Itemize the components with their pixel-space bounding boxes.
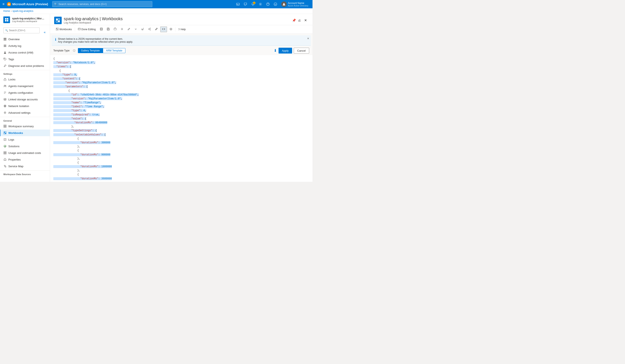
svg-rect-43 [58, 19, 60, 20]
svg-rect-47 [58, 28, 58, 29]
sidebar-item-advanced[interactable]: Advanced settings [0, 109, 50, 116]
svg-point-40 [4, 165, 5, 166]
sidebar-item-access-control[interactable]: Access control (IAM) [0, 49, 50, 56]
code-view-button[interactable] [160, 27, 167, 32]
feedback-button[interactable] [242, 1, 249, 7]
arm-template-tab[interactable]: ARM Template [103, 48, 125, 53]
gear-icon [121, 28, 123, 31]
move-button[interactable] [112, 27, 118, 32]
resource-header-top: spark-log-analytics | Workbooks Log Anal… [54, 16, 308, 24]
settings-divider [0, 70, 50, 70]
sidebar-collapse-button[interactable]: « [42, 30, 47, 35]
share-button[interactable] [147, 27, 153, 32]
sidebar-item-label: Locks [8, 78, 15, 81]
sidebar-item-locks[interactable]: Locks [0, 76, 50, 83]
save-as-button[interactable] [98, 27, 104, 32]
sidebar-item-agents-mgmt[interactable]: Agents management [0, 83, 50, 89]
sidebar-item-network[interactable]: Network Isolation [0, 103, 50, 109]
json-line: }, [53, 169, 309, 173]
template-info-icon[interactable]: ⓘ [73, 49, 75, 53]
cloud-shell-button[interactable] [235, 1, 241, 7]
help-toolbar-button[interactable]: ? Help [177, 27, 188, 32]
resource-title: spark-log-analytics | Workbooks [12, 17, 45, 20]
notice-close-button[interactable]: ✕ [307, 37, 309, 40]
resource-header-icon [54, 17, 62, 24]
svg-rect-27 [4, 125, 5, 126]
pin-button[interactable]: 📌 [292, 19, 296, 22]
user-menu[interactable]: Account Name Azure Active Directory [280, 1, 310, 7]
chart-icon [3, 151, 7, 154]
dropdown-button[interactable] [133, 27, 139, 32]
svg-rect-13 [5, 38, 6, 39]
sidebar-search[interactable]: 🔍 [3, 28, 40, 33]
download-button[interactable]: ⬇ [274, 48, 277, 53]
svg-point-6 [276, 4, 276, 4]
topbar: ≡ Microsoft Azure (Preview) 🔍 Search res… [0, 0, 312, 8]
sidebar-item-workspace-summary[interactable]: Workspace summary [0, 123, 50, 129]
done-editing-button[interactable]: Done Editing [76, 27, 97, 32]
user-info: Account Name Azure Active Directory [288, 2, 308, 7]
list-icon [3, 44, 7, 47]
edit-button[interactable] [126, 27, 132, 32]
save-button[interactable] [105, 27, 111, 32]
solutions-icon [3, 145, 7, 148]
breadcrumb-home[interactable]: Home [3, 10, 10, 12]
notifications-button[interactable]: 1 [250, 1, 256, 7]
breadcrumb-resource[interactable]: spark-log-analytics [12, 10, 33, 12]
sidebar-item-properties[interactable]: Properties [0, 156, 50, 163]
settings-toolbar-button[interactable] [119, 27, 125, 32]
azure-logo [7, 2, 11, 6]
sidebar-item-linked-storage[interactable]: Linked storage accounts [0, 96, 50, 103]
sidebar-search-input[interactable] [9, 29, 38, 32]
hamburger-menu[interactable]: ≡ [2, 2, 4, 6]
main-layout: spark-log-analytics | Workbooks Log Anal… [0, 14, 312, 182]
settings-section-label: Settings [0, 71, 50, 76]
sidebar-item-logs[interactable]: Logs [0, 136, 50, 143]
emoji-button[interactable] [168, 27, 174, 32]
print-button[interactable]: 🖨 [298, 19, 301, 22]
svg-point-24 [4, 98, 6, 99]
svg-rect-54 [108, 28, 109, 29]
gallery-template-tab[interactable]: Gallery Template [78, 48, 103, 53]
json-line: "version": "KqlParameterItem/1.0", [53, 97, 309, 101]
sidebar-item-overview[interactable]: Overview [0, 36, 50, 42]
chevron-down-icon [134, 28, 137, 31]
sidebar-item-label: Workbooks [8, 131, 23, 135]
sidebar-item-agents-config[interactable]: Agents configuration [0, 89, 50, 96]
apply-button[interactable]: Apply [279, 48, 292, 54]
agents-icon [3, 84, 7, 88]
sidebar-item-service-map[interactable]: Service Map [0, 163, 50, 170]
workspace-sources-label: Workspace Data Sources [0, 171, 50, 176]
sidebar-item-solutions[interactable]: Solutions [0, 143, 50, 150]
cancel-button[interactable]: Cancel [294, 48, 309, 54]
sidebar-item-workbooks[interactable]: Workbooks [0, 129, 50, 136]
json-line: { [53, 161, 309, 165]
svg-rect-34 [5, 133, 6, 134]
help-button[interactable] [265, 1, 271, 7]
refresh-button[interactable] [140, 27, 146, 32]
sidebar-header: spark-log-analytics | Workbooks Log Anal… [0, 14, 50, 25]
json-line: { [53, 149, 309, 153]
tag-icon [3, 58, 7, 61]
global-search[interactable]: 🔍 Search resources, services, and docs (… [52, 1, 152, 7]
pin-toolbar-button[interactable] [153, 27, 159, 32]
workbooks-button[interactable]: Workbooks [54, 27, 74, 32]
pencil-icon [127, 28, 130, 31]
save-icon [107, 28, 110, 31]
json-editor[interactable]: { "version": "Notebook/1.0", "items": [ … [50, 55, 312, 182]
sidebar-item-diagnose[interactable]: Diagnose and solve problems [0, 62, 50, 69]
sidebar-item-label: Properties [8, 158, 21, 161]
workspace-sources-divider [0, 170, 50, 171]
sidebar-item-activity-log[interactable]: Activity log [0, 42, 50, 49]
smiley-button[interactable] [272, 1, 279, 7]
settings-button[interactable] [257, 1, 264, 7]
svg-rect-55 [114, 28, 116, 30]
breadcrumb-sep1: › [11, 10, 12, 12]
sidebar-item-tags[interactable]: Tags [0, 56, 50, 62]
lock-icon [3, 78, 7, 81]
svg-point-23 [5, 85, 6, 86]
json-line: "selectableValues": [ [53, 133, 309, 137]
share-icon [148, 28, 151, 31]
close-button[interactable]: ✕ [303, 18, 308, 23]
sidebar-item-usage-costs[interactable]: Usage and estimated costs [0, 150, 50, 156]
